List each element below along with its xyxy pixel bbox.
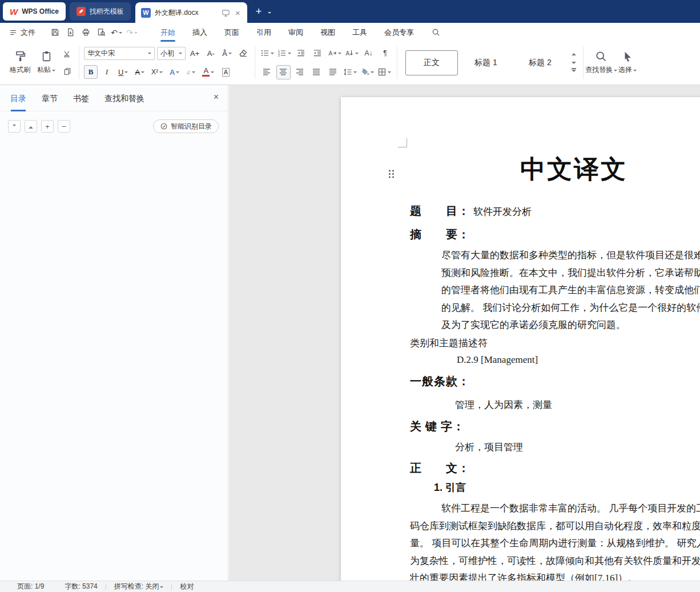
distribute-button[interactable]: [326, 65, 340, 79]
bold-button[interactable]: B: [84, 65, 98, 79]
title-field: 题 目：软件开发分析: [410, 203, 532, 219]
smart-toc-button[interactable]: 智能识别目录: [153, 119, 219, 133]
style-heading1[interactable]: 标题 1: [460, 50, 512, 75]
find-replace-button[interactable]: 查找替换: [588, 50, 614, 75]
sidebar-tab-sections[interactable]: 章节: [42, 85, 58, 111]
font-size-combobox[interactable]: 小初: [157, 47, 186, 60]
menu-tab-home[interactable]: 开始: [160, 23, 175, 42]
paragraph-mark-button[interactable]: ¶: [378, 46, 392, 61]
highlight-button[interactable]: [184, 65, 198, 79]
redo-button[interactable]: ↷: [125, 26, 139, 39]
toc-expand-icon[interactable]: [8, 120, 21, 133]
page-indicator[interactable]: 页面: 1/9: [17, 582, 44, 591]
phonetic-guide-button[interactable]: Â: [220, 46, 234, 60]
menu-tab-insert[interactable]: 插入: [192, 23, 207, 42]
line-spacing-button[interactable]: [343, 65, 357, 79]
print-button[interactable]: [79, 26, 92, 39]
menu-tab-page[interactable]: 页面: [224, 23, 239, 42]
underline-button[interactable]: U: [116, 65, 130, 79]
style-heading2[interactable]: 标题 2: [514, 50, 566, 75]
styles-more-icon[interactable]: [569, 68, 578, 75]
export-pdf-icon: [66, 28, 75, 37]
font-color-button[interactable]: A: [200, 65, 216, 79]
superscript-button[interactable]: X²: [149, 65, 165, 79]
strikethrough-button[interactable]: A: [132, 65, 147, 79]
italic-icon: I: [106, 67, 108, 77]
borders-icon: [377, 67, 387, 77]
numbered-list-icon: 123: [277, 49, 287, 58]
char-shading-icon: A: [222, 68, 230, 77]
decrease-indent-button[interactable]: [294, 46, 308, 61]
sidebar-close-icon[interactable]: ×: [214, 93, 219, 102]
svg-text:A: A: [328, 50, 332, 57]
styles-scroll-up-icon[interactable]: [569, 51, 578, 58]
shading-button[interactable]: [360, 65, 375, 79]
terms-field-label: 一般条款：: [410, 375, 470, 387]
align-right-button[interactable]: [293, 65, 307, 79]
align-center-button[interactable]: [276, 65, 291, 79]
bullet-list-button[interactable]: [260, 46, 275, 61]
statusbar-divider: [106, 583, 106, 590]
search-button[interactable]: [429, 26, 442, 39]
menu-tab-review[interactable]: 审阅: [288, 23, 303, 42]
menu-tab-reference[interactable]: 引用: [256, 23, 271, 42]
asian-layout-button[interactable]: A: [327, 46, 342, 61]
category-value: D.2.9 [Management]: [457, 354, 538, 366]
style-normal[interactable]: 正文: [405, 50, 458, 75]
text-effects-button[interactable]: A: [167, 65, 182, 79]
paste-label: 粘贴: [37, 65, 51, 75]
font-name-combobox[interactable]: 华文中宋: [84, 47, 155, 60]
paste-button[interactable]: 粘贴: [33, 50, 59, 75]
document-tab[interactable]: W 外文翻译.docx ×: [135, 2, 247, 23]
menu-tab-tools[interactable]: 工具: [352, 23, 367, 42]
increase-font-button[interactable]: A+: [188, 46, 202, 60]
align-right-icon: [295, 67, 304, 77]
paragraph-drag-handle-icon[interactable]: [388, 169, 395, 179]
justify-button[interactable]: [309, 65, 324, 79]
bold-icon: B: [88, 67, 94, 77]
toc-zoom-out-button[interactable]: −: [58, 120, 70, 133]
save-button[interactable]: [48, 26, 62, 39]
text-direction-button[interactable]: A: [344, 46, 359, 61]
print-preview-button[interactable]: [94, 26, 108, 39]
close-tab-icon[interactable]: ×: [234, 7, 242, 18]
copy-button[interactable]: [61, 65, 74, 78]
clear-format-button[interactable]: [236, 46, 250, 60]
select-button[interactable]: 选择: [614, 50, 641, 75]
char-shading-button[interactable]: A: [219, 65, 232, 79]
undo-button[interactable]: ↶: [110, 26, 123, 39]
align-left-button[interactable]: [260, 65, 274, 79]
sidebar-tab-bookmarks[interactable]: 书签: [73, 85, 89, 111]
numbered-list-button[interactable]: 123: [277, 46, 292, 61]
italic-button[interactable]: I: [100, 65, 114, 79]
sort-button[interactable]: A↓: [361, 46, 376, 61]
file-menu-button[interactable]: 文件: [9, 27, 35, 38]
sidebar-tab-toc[interactable]: 目录: [10, 85, 26, 111]
cut-button[interactable]: [61, 48, 74, 61]
docer-template-tab[interactable]: 找稻壳模板: [70, 2, 131, 21]
menu-tab-member[interactable]: 会员专享: [384, 23, 414, 42]
menu-tab-view[interactable]: 视图: [320, 23, 335, 42]
wps-home-tab[interactable]: W WPS Office: [3, 2, 66, 21]
styles-scroll-down-icon[interactable]: [569, 59, 578, 66]
proofread-button[interactable]: 校对: [180, 582, 194, 591]
increase-indent-button[interactable]: [311, 46, 325, 61]
sidebar-tab-find-replace[interactable]: 查找和替换: [104, 85, 144, 111]
tab-list-chevron-icon[interactable]: [267, 7, 271, 16]
wps-logo-icon: W: [10, 7, 18, 17]
borders-button[interactable]: [377, 65, 392, 79]
text-direction-icon: A: [345, 49, 354, 58]
device-icon[interactable]: [222, 9, 230, 17]
increase-font-icon: A+: [190, 49, 199, 58]
document-page[interactable]: 中文译文 题 目：软件开发分析 摘 要： 尽管有大量的数据和多种类型的指标，但是…: [341, 97, 700, 581]
toc-zoom-in-button[interactable]: +: [41, 120, 54, 133]
decrease-font-button[interactable]: A-: [204, 46, 218, 60]
toc-collapse-icon[interactable]: [25, 120, 37, 133]
export-pdf-button[interactable]: [63, 26, 77, 39]
underline-icon: U: [118, 68, 123, 77]
new-tab-button[interactable]: +: [256, 6, 262, 17]
spell-check-toggle[interactable]: 拼写检查: 关闭: [114, 582, 164, 591]
format-painter-button[interactable]: 格式刷: [7, 50, 33, 75]
document-canvas[interactable]: 中文译文 题 目：软件开发分析 摘 要： 尽管有大量的数据和多种类型的指标，但是…: [229, 85, 700, 581]
word-count[interactable]: 字数: 5374: [65, 582, 97, 591]
